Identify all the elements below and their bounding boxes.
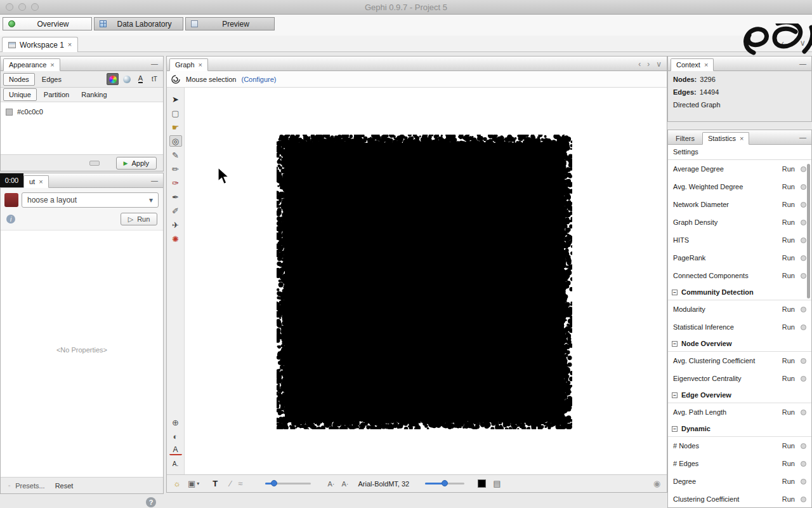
edge-display-icon[interactable]: ∕	[230, 479, 231, 488]
close-icon[interactable]: ×	[39, 178, 43, 185]
appearance-tab[interactable]: Appearance ×	[3, 58, 60, 71]
info-icon[interactable]	[801, 307, 806, 312]
close-icon[interactable]: ×	[199, 62, 202, 69]
chevron-down-icon[interactable]: ∨	[656, 60, 662, 69]
node-pencil-icon[interactable]: ✏	[169, 163, 182, 175]
drag-hand-icon[interactable]: ☛	[169, 121, 182, 133]
info-icon[interactable]	[801, 376, 806, 382]
info-icon[interactable]	[801, 202, 806, 208]
layout-tab[interactable]: ut ×	[23, 175, 49, 188]
layout-select[interactable]: hoose a layout ▾	[22, 192, 159, 208]
label-size-slider[interactable]	[425, 483, 464, 485]
info-icon[interactable]: i	[6, 215, 15, 224]
subtab-unique[interactable]: Unique	[3, 88, 37, 101]
run-button[interactable]: Run	[782, 218, 795, 226]
brush-icon[interactable]: ✐	[169, 205, 182, 217]
workspace-tab[interactable]: Workspace 1 ×	[2, 37, 78, 52]
show-labels-toggle[interactable]: T	[213, 479, 218, 488]
info-icon[interactable]	[801, 479, 806, 485]
label-color-icon[interactable]: A	[169, 444, 182, 455]
info-icon[interactable]	[801, 358, 806, 364]
minimize-panel-icon[interactable]: —	[799, 60, 806, 67]
visibility-options-icon[interactable]: ◉	[653, 479, 660, 488]
close-icon[interactable]: ×	[68, 41, 72, 48]
info-icon[interactable]	[801, 184, 806, 190]
painter-icon[interactable]: ✑	[169, 177, 182, 189]
configure-link[interactable]: (Configure)	[242, 76, 277, 83]
tab-edges[interactable]: Edges	[37, 74, 67, 85]
close-icon[interactable]: ×	[704, 62, 708, 69]
edge-curve-icon[interactable]: ≈	[238, 479, 242, 488]
info-icon[interactable]	[801, 410, 806, 415]
size-mode-icon[interactable]	[121, 73, 133, 85]
info-icon[interactable]	[801, 237, 806, 243]
run-button[interactable]: Run	[782, 442, 795, 450]
close-icon[interactable]: ×	[50, 62, 54, 69]
close-icon[interactable]: ×	[740, 135, 743, 142]
info-icon[interactable]	[801, 273, 806, 279]
filters-tab[interactable]: Filters	[671, 133, 700, 144]
slider-knob[interactable]	[271, 480, 277, 486]
info-icon[interactable]	[801, 324, 806, 330]
label-size-mode-icon[interactable]: tT	[148, 73, 160, 85]
run-button[interactable]: Run	[782, 357, 795, 364]
label-size-large-icon[interactable]: A·	[342, 480, 349, 488]
shortest-path-icon[interactable]: ✈	[169, 219, 182, 231]
run-button[interactable]: Run	[782, 478, 795, 485]
mouse-selection-icon[interactable]: ◎	[169, 135, 182, 147]
reset-button[interactable]: Reset	[55, 482, 74, 490]
presets-button[interactable]: Presets...	[15, 482, 44, 490]
minimize-panel-icon[interactable]: —	[151, 60, 158, 67]
sizer-icon[interactable]: ✒	[169, 191, 182, 203]
label-size-icon[interactable]: A.	[169, 458, 182, 469]
run-button[interactable]: Run	[782, 254, 795, 262]
color-mode-icon[interactable]	[107, 73, 119, 85]
tab-preview[interactable]: Preview	[185, 17, 275, 30]
info-icon[interactable]	[801, 461, 806, 467]
color-swatch[interactable]	[6, 109, 13, 116]
zoom-icon[interactable]: ⊕	[169, 417, 182, 428]
close-window-button[interactable]	[6, 3, 13, 11]
run-button[interactable]: Run	[782, 495, 795, 503]
tab-overview[interactable]: Overview	[3, 17, 92, 30]
run-button[interactable]: Run	[782, 201, 795, 208]
info-icon[interactable]	[801, 443, 806, 449]
graph-tab[interactable]: Graph ×	[169, 58, 208, 71]
run-button[interactable]: Run	[782, 408, 795, 416]
info-icon[interactable]	[801, 255, 806, 261]
attributes-icon[interactable]: ▤	[493, 479, 501, 488]
edge-pencil-icon[interactable]: ✎	[169, 149, 182, 161]
graph-viewport[interactable]	[185, 88, 667, 474]
font-button[interactable]: Arial-BoldMT, 32	[358, 480, 410, 488]
run-button[interactable]: Run	[782, 305, 795, 313]
minimize-panel-icon[interactable]: —	[799, 133, 806, 141]
run-button[interactable]: Run	[782, 165, 795, 173]
info-icon[interactable]	[801, 220, 806, 225]
contrast-icon[interactable]: ◐	[169, 431, 182, 442]
font-color-swatch[interactable]	[478, 479, 486, 488]
statistics-tab[interactable]: Statistics ×	[702, 132, 749, 145]
splitter-handle[interactable]	[89, 161, 100, 166]
run-button[interactable]: Run	[782, 460, 795, 467]
slider-knob[interactable]	[442, 480, 448, 486]
label-color-mode-icon[interactable]: A	[134, 73, 147, 85]
collapse-icon[interactable]: −	[672, 426, 678, 432]
heat-map-icon[interactable]: ✺	[169, 233, 182, 244]
background-light-icon[interactable]: ☼	[173, 479, 181, 488]
run-button[interactable]: Run	[782, 375, 795, 382]
layout-run-button[interactable]: ▷ Run	[121, 213, 157, 225]
collapse-icon[interactable]: −	[672, 290, 678, 295]
tab-data-laboratory[interactable]: Data Laboratory	[94, 17, 183, 30]
run-button[interactable]: Run	[782, 323, 795, 331]
direct-selection-icon[interactable]: ➤	[169, 93, 182, 105]
run-button[interactable]: Run	[782, 183, 795, 190]
collapse-icon[interactable]: −	[672, 392, 678, 398]
apply-button[interactable]: ▶ Apply	[116, 157, 157, 170]
subtab-ranking[interactable]: Ranking	[76, 89, 112, 100]
chevron-right-icon[interactable]: ›	[647, 60, 650, 69]
network-graph[interactable]	[277, 135, 572, 429]
scrollbar-thumb[interactable]	[807, 164, 810, 298]
collapse-icon[interactable]: −	[672, 341, 678, 347]
info-icon[interactable]	[801, 497, 806, 502]
info-icon[interactable]	[801, 166, 806, 172]
